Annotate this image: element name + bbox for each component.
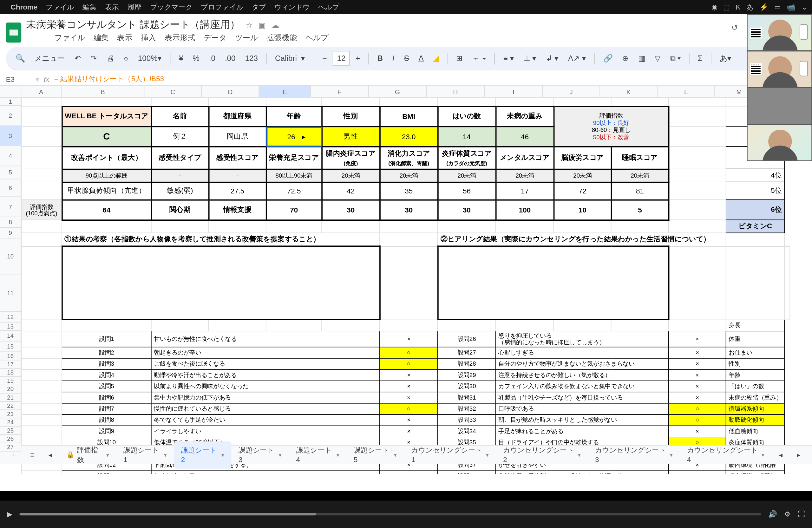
- sheet-tab[interactable]: 🔒評価指数 ▾: [59, 441, 116, 468]
- sheet-tab[interactable]: 課題シート2 ▾: [174, 441, 231, 468]
- wrap-icon[interactable]: ↲ ▾: [542, 52, 562, 65]
- settings-icon[interactable]: ⚙: [784, 510, 791, 518]
- formula-input[interactable]: = 結果貼り付けシート（5人）!B53: [54, 74, 164, 84]
- video-call-panel: [747, 14, 812, 161]
- merge-icon[interactable]: ⫟ ▾: [468, 52, 490, 65]
- font-size[interactable]: 12: [333, 51, 350, 65]
- video-participant-2[interactable]: [747, 51, 812, 88]
- volume-icon[interactable]: 🔊: [768, 510, 777, 518]
- sheets-menu-data[interactable]: データ: [204, 33, 227, 43]
- folder-icon[interactable]: ▣: [259, 20, 265, 29]
- sheet-tab[interactable]: カウンセリングシート1 ▾: [404, 441, 496, 468]
- menu-view[interactable]: 表示: [105, 2, 119, 12]
- zoom-select[interactable]: 100% ▾: [134, 52, 165, 65]
- video-participant-1[interactable]: [747, 14, 812, 51]
- search-icon[interactable]: 🔍: [12, 52, 28, 65]
- play-icon[interactable]: ▶: [7, 510, 12, 518]
- font-select[interactable]: Calibri ▾: [272, 52, 309, 65]
- video-playback-bar[interactable]: ▶ 🔊 ⚙ ⛶: [0, 501, 812, 528]
- tabs-left-nav[interactable]: ◂: [772, 447, 789, 463]
- borders-icon[interactable]: ⊞: [453, 52, 466, 65]
- font-dec[interactable]: −: [319, 52, 331, 65]
- cloud-icon[interactable]: ☁: [272, 20, 279, 29]
- halign-icon[interactable]: ≡ ▾: [500, 52, 518, 65]
- select-all-corner[interactable]: [0, 86, 21, 98]
- progress-bar[interactable]: [20, 513, 761, 515]
- rotate-icon[interactable]: A↗ ▾: [565, 52, 590, 65]
- search-label[interactable]: メニュー: [31, 51, 69, 66]
- spreadsheet-grid[interactable]: WELL BE トータルスコア名前都道府県年齢性別BMIはいの数未病の重み評価指…: [21, 98, 812, 474]
- status-icon[interactable]: ⬚: [723, 3, 730, 11]
- sheet-tab[interactable]: 課題シート1 ▾: [116, 441, 174, 468]
- menu-profile[interactable]: プロファイル: [201, 2, 243, 12]
- sheet-tab[interactable]: カウンセリングシート3 ▾: [588, 441, 680, 468]
- format-123[interactable]: 123: [241, 52, 261, 65]
- menu-window[interactable]: ウィンドウ: [274, 2, 310, 12]
- font-inc[interactable]: +: [352, 52, 364, 65]
- macos-menubar: Chrome ファイル 編集 表示 履歴 ブックマーク プロファイル タブ ウィ…: [0, 0, 812, 14]
- comment-add-icon[interactable]: ⊕: [619, 52, 632, 65]
- percent[interactable]: %: [189, 52, 203, 65]
- undo-icon[interactable]: ↶: [71, 52, 85, 65]
- menu-bookmarks[interactable]: ブックマーク: [150, 2, 192, 12]
- menu-tab[interactable]: タブ: [252, 2, 266, 12]
- video-participant-3[interactable]: [747, 88, 812, 124]
- video-icon[interactable]: 📹: [787, 3, 796, 11]
- input-lang[interactable]: あ ▾: [716, 51, 735, 66]
- tabs-left[interactable]: ◂: [42, 447, 59, 463]
- sheets-menu-help[interactable]: ヘルプ: [305, 33, 329, 43]
- redo-icon[interactable]: ↷: [87, 52, 101, 65]
- menu-history[interactable]: 履歴: [128, 2, 142, 12]
- video-participant-4[interactable]: [747, 124, 812, 161]
- star-icon[interactable]: ☆: [246, 20, 253, 29]
- sheets-menu-format[interactable]: 表示形式: [165, 33, 195, 43]
- link-icon[interactable]: 🔗: [600, 52, 616, 65]
- document-title[interactable]: 未病栄養コンサルタント 課題シート（講座用）: [26, 19, 240, 30]
- status-icon[interactable]: ⚡: [759, 3, 768, 11]
- sheets-menu-view[interactable]: 表示: [117, 33, 133, 43]
- sheets-app-icon[interactable]: [6, 22, 21, 42]
- menu-edit[interactable]: 編集: [83, 2, 97, 12]
- sheet-tab[interactable]: カウンセリングシート2 ▾: [496, 441, 588, 468]
- italic-icon[interactable]: I: [389, 52, 398, 65]
- bold-icon[interactable]: B: [374, 52, 386, 65]
- paint-icon[interactable]: ⟐: [120, 52, 132, 65]
- fullscreen-icon[interactable]: ⛶: [798, 510, 805, 518]
- filter-icon[interactable]: ▽: [651, 52, 664, 65]
- chart-icon[interactable]: ▥: [635, 52, 649, 65]
- status-icon[interactable]: ▭: [774, 3, 781, 11]
- sheet-tab[interactable]: 課題シート3 ▾: [232, 441, 289, 468]
- name-box[interactable]: E3: [6, 75, 35, 83]
- text-color-icon[interactable]: A: [415, 52, 427, 65]
- fill-color-icon[interactable]: ◢: [430, 52, 443, 65]
- filter-views-icon[interactable]: ⧉ ▾: [666, 51, 684, 65]
- sheets-menu-edit[interactable]: 編集: [93, 33, 109, 43]
- dec-increase[interactable]: .00: [221, 52, 239, 65]
- sigma-icon[interactable]: Σ: [694, 52, 706, 65]
- row-headers[interactable]: 1234567891011121314151617181920212223242…: [0, 98, 21, 452]
- sheet-tab[interactable]: カウンセリングシート4 ▾: [680, 441, 772, 468]
- status-icon[interactable]: K: [736, 3, 740, 11]
- status-icon[interactable]: あ: [746, 2, 753, 12]
- menu-help[interactable]: ヘルプ: [318, 2, 339, 12]
- sheets-menu-extensions[interactable]: 拡張機能: [266, 33, 297, 43]
- sheet-tab[interactable]: 課題シート5 ▾: [347, 441, 404, 468]
- sheets-menu-tools[interactable]: ツール: [235, 33, 258, 43]
- fx-icon: fx: [44, 75, 49, 83]
- sheets-menu-file[interactable]: ファイル: [55, 33, 85, 43]
- column-headers[interactable]: ABCDEFGHIJKLM: [21, 86, 812, 98]
- valign-icon[interactable]: ⊥ ▾: [520, 52, 540, 65]
- strike-icon[interactable]: S: [400, 52, 413, 65]
- all-sheets[interactable]: ≡: [23, 447, 42, 463]
- tabs-right-nav[interactable]: ▸: [789, 447, 807, 463]
- print-icon[interactable]: 🖨: [103, 52, 118, 65]
- status-icon[interactable]: ◉: [711, 3, 717, 11]
- chevron-icon[interactable]: ⌄: [801, 3, 808, 11]
- currency-yen[interactable]: ¥: [175, 52, 187, 65]
- menu-file[interactable]: ファイル: [46, 2, 74, 12]
- app-name[interactable]: Chrome: [11, 3, 38, 11]
- history-icon[interactable]: ↺: [731, 23, 738, 32]
- sheets-menu-insert[interactable]: 挿入: [141, 33, 156, 43]
- sheet-tab[interactable]: 課題シート4 ▾: [289, 441, 346, 468]
- dec-decrease[interactable]: .0: [205, 52, 219, 65]
